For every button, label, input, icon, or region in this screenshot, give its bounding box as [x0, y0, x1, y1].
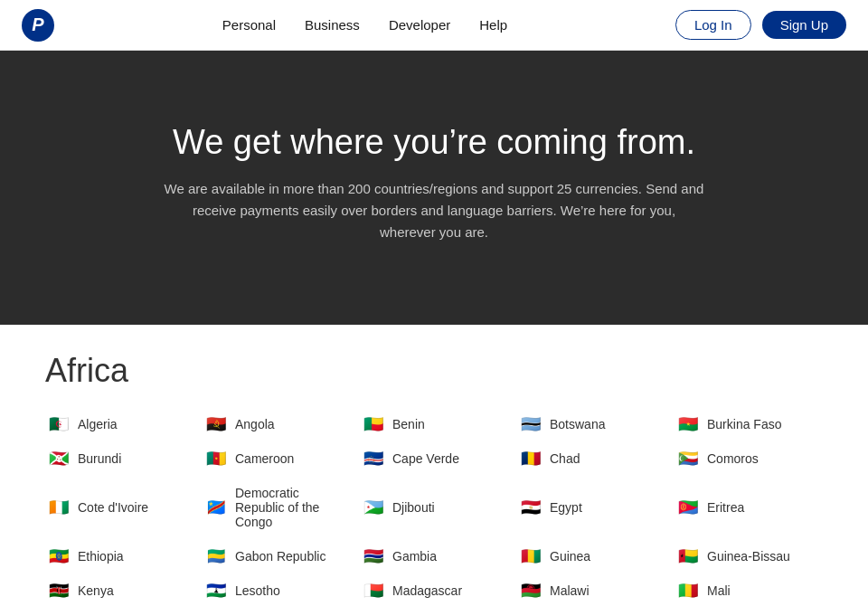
country-item[interactable]: 🇧🇮Burundi: [45, 446, 193, 471]
country-flag-icon: 🇨🇲: [206, 451, 228, 466]
country-name: Cote d'Ivoire: [78, 500, 148, 515]
country-flag-icon: 🇧🇮: [49, 451, 71, 466]
country-item[interactable]: 🇧🇯Benin: [360, 412, 508, 437]
country-item[interactable]: 🇬🇲Gambia: [360, 544, 508, 569]
country-flag-icon: 🇨🇮: [49, 500, 71, 515]
country-name: Mali: [707, 583, 731, 598]
region-title: Africa: [45, 352, 823, 390]
country-flag-icon: 🇬🇦: [206, 549, 228, 564]
country-flag-icon: 🇲🇼: [521, 583, 542, 598]
country-flag-icon: 🇱🇸: [206, 583, 228, 598]
country-item[interactable]: 🇲🇬Madagascar: [360, 578, 508, 603]
country-flag-icon: 🇬🇼: [678, 549, 700, 564]
navbar: P Personal Business Developer Help Log I…: [0, 0, 868, 51]
country-item[interactable]: 🇩🇿Algeria: [45, 412, 193, 437]
country-name: Guinea-Bissau: [707, 549, 790, 564]
country-name: Burkina Faso: [707, 417, 781, 431]
nav-personal[interactable]: Personal: [222, 17, 276, 33]
country-name: Egypt: [550, 500, 582, 515]
country-name: Benin: [392, 417, 425, 431]
country-item[interactable]: 🇲🇺Mauritius: [203, 612, 351, 616]
country-item[interactable]: 🇲🇿Mozambique: [675, 612, 823, 616]
hero-section: We get where you’re coming from. We are …: [0, 51, 868, 325]
country-item[interactable]: 🇰🇲Comoros: [675, 446, 823, 471]
country-grid: 🇩🇿Algeria🇦🇴Angola🇧🇯Benin🇧🇼Botswana🇧🇫Burk…: [45, 412, 823, 616]
country-item[interactable]: 🇰🇪Kenya: [45, 578, 193, 603]
country-item[interactable]: 🇨🇮Cote d'Ivoire: [45, 480, 193, 535]
country-item[interactable]: 🇹🇩Chad: [517, 446, 665, 471]
country-flag-icon: 🇦🇴: [206, 417, 228, 431]
country-name: Gambia: [392, 549, 437, 564]
country-item[interactable]: 🇲🇼Malawi: [517, 578, 665, 603]
country-flag-icon: 🇰🇪: [49, 583, 71, 598]
country-item[interactable]: 🇾🇹Mayotte: [360, 612, 508, 616]
country-flag-icon: 🇲🇱: [678, 583, 700, 598]
country-item[interactable]: 🇪🇷Eritrea: [675, 480, 823, 535]
country-item[interactable]: 🇨🇩Democratic Republic of the Congo: [203, 480, 351, 535]
country-flag-icon: 🇧🇫: [678, 417, 700, 431]
country-item[interactable]: 🇦🇴Angola: [203, 412, 351, 437]
country-name: Gabon Republic: [235, 549, 326, 564]
login-button[interactable]: Log In: [675, 10, 751, 40]
country-name: Madagascar: [392, 583, 462, 598]
country-name: Kenya: [78, 583, 114, 598]
country-item[interactable]: 🇨🇻Cape Verde: [360, 446, 508, 471]
country-flag-icon: 🇪🇷: [678, 500, 700, 515]
country-flag-icon: 🇩🇿: [49, 417, 71, 431]
country-item[interactable]: 🇬🇦Gabon Republic: [203, 544, 351, 569]
country-flag-icon: 🇧🇯: [363, 417, 385, 431]
country-item[interactable]: 🇪🇬Egypt: [517, 480, 665, 535]
country-name: Cameroon: [235, 451, 294, 466]
country-flag-icon: 🇪🇹: [49, 549, 71, 564]
logo[interactable]: P: [22, 9, 54, 42]
country-name: Angola: [235, 417, 275, 431]
country-item[interactable]: 🇬🇼Guinea-Bissau: [675, 544, 823, 569]
country-name: Democratic Republic of the Congo: [235, 486, 347, 529]
country-name: Botswana: [550, 417, 605, 431]
paypal-logo-icon: P: [22, 9, 54, 42]
country-flag-icon: 🇨🇩: [206, 500, 228, 515]
country-flag-icon: 🇬🇲: [363, 549, 385, 564]
country-flag-icon: 🇹🇩: [521, 451, 542, 466]
country-name: Ethiopia: [78, 549, 124, 564]
country-name: Djibouti: [392, 500, 435, 515]
country-item[interactable]: 🇲🇷Mauritania: [45, 612, 193, 616]
country-item[interactable]: 🇱🇸Lesotho: [203, 578, 351, 603]
country-name: Eritrea: [707, 500, 744, 515]
country-name: Guinea: [550, 549, 590, 564]
signup-button[interactable]: Sign Up: [762, 11, 846, 39]
nav-links: Personal Business Developer Help: [222, 17, 507, 33]
country-flag-icon: 🇰🇲: [678, 451, 700, 466]
country-name: Chad: [550, 451, 580, 466]
hero-title: We get where you’re coming from.: [18, 123, 850, 162]
country-name: Comoros: [707, 451, 759, 466]
hero-subtitle: We are available in more than 200 countr…: [163, 178, 705, 243]
country-name: Algeria: [78, 417, 118, 431]
country-item[interactable]: 🇪🇹Ethiopia: [45, 544, 193, 569]
country-item[interactable]: 🇧🇫Burkina Faso: [675, 412, 823, 437]
country-flag-icon: 🇬🇳: [521, 549, 542, 564]
country-name: Malawi: [550, 583, 590, 598]
country-flag-icon: 🇨🇻: [363, 451, 385, 466]
nav-business[interactable]: Business: [305, 17, 360, 33]
country-name: Lesotho: [235, 583, 280, 598]
country-item[interactable]: 🇩🇯Djibouti: [360, 480, 508, 535]
country-item[interactable]: 🇨🇲Cameroon: [203, 446, 351, 471]
nav-developer[interactable]: Developer: [389, 17, 450, 33]
country-flag-icon: 🇲🇬: [363, 583, 385, 598]
country-name: Burundi: [78, 451, 121, 466]
country-flag-icon: 🇧🇼: [521, 417, 542, 431]
country-item[interactable]: 🇬🇳Guinea: [517, 544, 665, 569]
africa-section: Africa 🇩🇿Algeria🇦🇴Angola🇧🇯Benin🇧🇼Botswan…: [0, 325, 868, 616]
country-flag-icon: 🇩🇯: [363, 500, 385, 515]
nav-help[interactable]: Help: [479, 17, 507, 33]
country-item[interactable]: 🇧🇼Botswana: [517, 412, 665, 437]
country-item[interactable]: 🇲🇦Morocco: [517, 612, 665, 616]
country-name: Cape Verde: [392, 451, 459, 466]
country-item[interactable]: 🇲🇱Mali: [675, 578, 823, 603]
nav-actions: Log In Sign Up: [675, 10, 846, 40]
country-flag-icon: 🇪🇬: [521, 500, 542, 515]
